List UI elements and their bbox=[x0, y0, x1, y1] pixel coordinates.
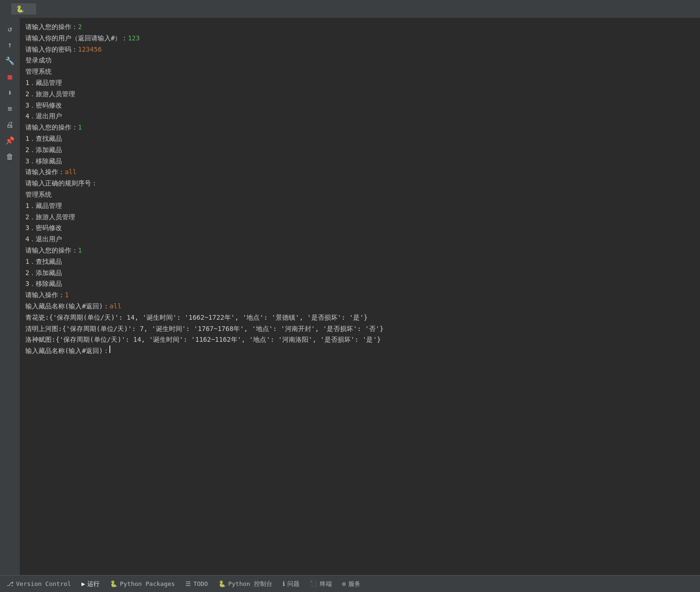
version-control-icon: ⎇ bbox=[7, 580, 14, 587]
console-text: 管理系统 bbox=[25, 189, 52, 200]
terminal-label: 终端 bbox=[320, 580, 332, 588]
console-text: 1．查找藏品 bbox=[25, 133, 62, 145]
console-text-orange: all bbox=[65, 167, 77, 178]
console-line: 1．藏品管理 bbox=[25, 200, 694, 212]
python-console-icon: 🐍 bbox=[218, 580, 226, 587]
console-line: 清明上河图:{'保存周期(单位/天)': 7, '诞生时间': '1767~17… bbox=[25, 323, 694, 335]
wrench-button[interactable]: 🔧 bbox=[3, 54, 17, 68]
console-line: 洛神赋图:{'保存周期(单位/天)': 14, '诞生时间': '1162~11… bbox=[25, 334, 694, 346]
up-button[interactable]: ↑ bbox=[3, 38, 17, 52]
console-text: 2．添加藏品 bbox=[25, 145, 62, 156]
console-line: 请输入你的密码：123456 bbox=[25, 44, 694, 55]
python-console-label: Python 控制台 bbox=[228, 580, 272, 588]
console-text-orange: 123456 bbox=[78, 44, 102, 55]
console-text: 1．藏品管理 bbox=[25, 77, 62, 89]
stop-button[interactable]: ■ bbox=[3, 69, 17, 84]
console-text-normal: 输入藏品名称(输入#返回)： bbox=[25, 301, 109, 312]
terminal-button[interactable]: ⬛终端 bbox=[305, 578, 337, 590]
python-icon: 🐍 bbox=[16, 5, 24, 13]
console-line: 请输入正确的规则序号： bbox=[25, 178, 694, 189]
run-button[interactable]: ▶运行 bbox=[77, 578, 104, 590]
console-text-normal: 请输入您的操作： bbox=[25, 245, 78, 256]
title-bar: 🐍 bbox=[0, 0, 700, 18]
console-line: 请输入您的操作：1 bbox=[25, 245, 694, 256]
console-line: 2．旅游人员管理 bbox=[25, 89, 694, 100]
services-button[interactable]: ⚙服务 bbox=[338, 578, 365, 590]
console-line: 1．查找藏品 bbox=[25, 133, 694, 145]
console-text: 1．查找藏品 bbox=[25, 256, 62, 268]
console-text-green: 1 bbox=[78, 245, 82, 256]
todo-button[interactable]: ☰TODO bbox=[181, 578, 213, 589]
console-line: 请输入您的操作：2 bbox=[25, 22, 694, 33]
console-text: 3．移除藏品 bbox=[25, 156, 62, 167]
python-packages-icon: 🐍 bbox=[110, 580, 117, 587]
problems-button[interactable]: ℹ问题 bbox=[278, 578, 304, 590]
console-line: 管理系统 bbox=[25, 189, 694, 200]
left-toolbar: ↺ ↑ 🔧 ■ ⬇ ≡ 🖨 📌 🗑 bbox=[0, 18, 20, 575]
python-packages-button[interactable]: 🐍Python Packages bbox=[105, 578, 179, 589]
run-icon: ▶ bbox=[81, 580, 85, 587]
console-text: 4．退出用户 bbox=[25, 234, 62, 245]
console-line: 4．退出用户 bbox=[25, 111, 694, 122]
console-line: 请输入操作：1 bbox=[25, 290, 694, 301]
delete-button[interactable]: 🗑 bbox=[3, 149, 17, 163]
console-line: 2．旅游人员管理 bbox=[25, 212, 694, 223]
console-line: 请输入您的操作：1 bbox=[25, 122, 694, 133]
console-text: 3．密码修改 bbox=[25, 100, 62, 111]
console-text: 1．藏品管理 bbox=[25, 200, 62, 212]
run-label: 运行 bbox=[87, 580, 100, 588]
console-text: 请输入正确的规则序号： bbox=[25, 178, 98, 189]
todo-label: TODO bbox=[193, 580, 208, 587]
console-line: 1．查找藏品 bbox=[25, 256, 694, 268]
console-text: 管理系统 bbox=[25, 66, 52, 77]
console-line: 请输入你的用户（返回请输入#）：123 bbox=[25, 33, 694, 44]
services-icon: ⚙ bbox=[342, 580, 346, 587]
services-label: 服务 bbox=[348, 580, 361, 588]
console-text: 洛神赋图:{'保存周期(单位/天)': 14, '诞生时间': '1162~11… bbox=[25, 334, 381, 346]
console-area: 请输入您的操作：2请输入你的用户（返回请输入#）：123请输入你的密码：1234… bbox=[20, 18, 700, 575]
print-button[interactable]: 🖨 bbox=[3, 117, 17, 131]
console-text: 3．密码修改 bbox=[25, 223, 62, 234]
console-text-normal: 请输入操作： bbox=[25, 290, 65, 301]
cursor bbox=[109, 346, 110, 353]
console-line: 4．退出用户 bbox=[25, 234, 694, 245]
console-text-orange: all bbox=[109, 301, 121, 312]
console-line: 输入藏品名称(输入#返回)：all bbox=[25, 301, 694, 312]
lines-button[interactable]: ≡ bbox=[3, 101, 17, 115]
version-control-button[interactable]: ⎇Version Control bbox=[2, 578, 76, 589]
console-text-normal: 请输入你的密码： bbox=[25, 44, 78, 55]
problems-icon: ℹ bbox=[283, 580, 285, 587]
console-text: 2．添加藏品 bbox=[25, 268, 62, 279]
console-line: 管理系统 bbox=[25, 66, 694, 77]
console-line: 2．添加藏品 bbox=[25, 268, 694, 279]
console-line: 3．移除藏品 bbox=[25, 278, 694, 290]
tab[interactable]: 🐍 bbox=[11, 3, 36, 15]
version-control-label: Version Control bbox=[16, 580, 71, 587]
console-text-green: 1 bbox=[78, 122, 82, 133]
console-line: 青花瓷:{'保存周期(单位/天)': 14, '诞生时间': '1662~172… bbox=[25, 312, 694, 323]
python-packages-label: Python Packages bbox=[120, 580, 175, 587]
console-text-orange: 1 bbox=[65, 290, 69, 301]
console-line: 1．藏品管理 bbox=[25, 77, 694, 89]
console-text-green: 123 bbox=[128, 33, 139, 44]
python-console-button[interactable]: 🐍Python 控制台 bbox=[214, 578, 277, 590]
console-line: 2．添加藏品 bbox=[25, 145, 694, 156]
console-text: 青花瓷:{'保存周期(单位/天)': 14, '诞生时间': '1662~172… bbox=[25, 312, 368, 323]
todo-icon: ☰ bbox=[185, 580, 191, 587]
console-text-normal: 请输入你的用户（返回请输入#）： bbox=[25, 33, 128, 44]
download-button[interactable]: ⬇ bbox=[3, 85, 17, 100]
pin-button[interactable]: 📌 bbox=[3, 133, 17, 147]
console-text: 2．旅游人员管理 bbox=[25, 89, 75, 100]
rerun-button[interactable]: ↺ bbox=[3, 22, 17, 36]
console-line: 请输入操作：all bbox=[25, 167, 694, 178]
console-line: 登录成功 bbox=[25, 55, 694, 66]
problems-label: 问题 bbox=[287, 580, 300, 588]
console-text-normal: 请输入您的操作： bbox=[25, 22, 78, 33]
console-text: 2．旅游人员管理 bbox=[25, 212, 75, 223]
console-line: 输入藏品名称(输入#返回)： bbox=[25, 346, 694, 357]
console-text: 登录成功 bbox=[25, 55, 52, 66]
console-text: 4．退出用户 bbox=[25, 111, 62, 122]
console-text: 清明上河图:{'保存周期(单位/天)': 7, '诞生时间': '1767~17… bbox=[25, 323, 384, 335]
main-area: ↺ ↑ 🔧 ■ ⬇ ≡ 🖨 📌 🗑 请输入您的操作：2请输入你的用户（返回请输入… bbox=[0, 18, 700, 575]
console-input-prompt: 输入藏品名称(输入#返回)： bbox=[25, 346, 109, 357]
